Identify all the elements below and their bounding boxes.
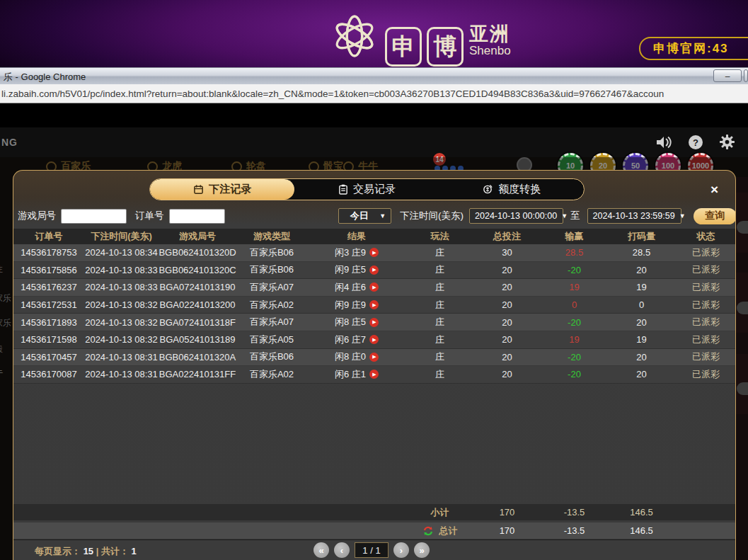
- cell-play-type: 庄: [406, 368, 473, 381]
- table-header-cell: 游戏局号: [159, 230, 236, 243]
- tab-quota-transfer[interactable]: 额度转换: [439, 179, 584, 200]
- table-header-cell: 总投注: [473, 230, 541, 243]
- cell-game-round: BGB0624101320A: [159, 352, 236, 362]
- chevron-down-icon: ▼: [679, 212, 686, 219]
- official-site-badge[interactable]: 申博官网:43: [639, 37, 748, 60]
- game-round-input[interactable]: [61, 209, 127, 224]
- replay-play-icon[interactable]: ▶: [369, 248, 379, 257]
- first-page-button[interactable]: «: [313, 542, 329, 558]
- cell-total-bet: 20: [473, 317, 541, 328]
- cell-winloss: -20: [541, 369, 608, 379]
- logo-text: 亚洲 Shenbo: [469, 24, 511, 58]
- black-strip: [0, 103, 748, 127]
- cell-total-bet: 30: [473, 247, 541, 258]
- table-row: 14536172531 2024-10-13 08:32 BGA02241013…: [13, 297, 736, 314]
- cell-game-round: BGA022410131FF: [159, 369, 236, 379]
- table-header-cell: 状态: [675, 230, 736, 243]
- cell-play-type: 庄: [406, 246, 473, 259]
- table-row: 14536170457 2024-10-13 08:31 BGB06241013…: [13, 349, 736, 367]
- cell-order-number: 14536171893: [13, 317, 84, 328]
- logo-char-1: 申: [392, 31, 415, 63]
- replay-play-icon[interactable]: ▶: [369, 370, 379, 379]
- date-range-select[interactable]: 今日 ▼: [338, 208, 392, 224]
- cell-total-bet: 20: [473, 299, 541, 310]
- browser-urlbar[interactable]: li.zabaih.com/h5V01/pc/index.html?return…: [0, 84, 748, 103]
- cell-play-type: 庄: [406, 299, 473, 312]
- replay-play-icon[interactable]: ▶: [369, 300, 379, 309]
- cell-play-type: 庄: [406, 263, 473, 276]
- query-button[interactable]: 查询: [694, 208, 736, 224]
- total-label-wrap: 总计: [406, 525, 473, 537]
- last-page-button[interactable]: »: [414, 542, 430, 558]
- help-icon[interactable]: ?: [688, 135, 703, 150]
- pagination-info: 每页显示： 15 | 共计： 1: [35, 545, 137, 558]
- tab-bet-records[interactable]: 下注记录: [150, 179, 294, 200]
- cell-winloss: 0: [541, 299, 608, 310]
- tab-label: 额度转换: [498, 183, 541, 196]
- total-turnover: 146.5: [608, 525, 675, 536]
- table-row: 14536171598 2024-10-13 08:32 BGA05241013…: [13, 331, 736, 349]
- settings-gear-icon[interactable]: [719, 134, 735, 150]
- cell-total-bet: 20: [473, 334, 541, 345]
- replay-play-icon[interactable]: ▶: [369, 265, 379, 275]
- cell-turnover: 19: [608, 282, 675, 292]
- replay-play-icon[interactable]: ▶: [369, 335, 379, 344]
- cell-game-round: BGA0724101318F: [159, 317, 236, 328]
- logo-char-box: 申: [385, 27, 422, 67]
- logo-char-2: 博: [434, 31, 457, 63]
- minimize-icon: –: [725, 72, 730, 81]
- sound-icon[interactable]: [655, 135, 672, 150]
- cell-game-round: BGA02241013200: [159, 299, 236, 310]
- tab-label: 下注记录: [209, 183, 251, 196]
- minimize-button[interactable]: –: [713, 69, 742, 82]
- cell-bet-time: 2024-10-13 08:32: [84, 317, 159, 328]
- logo-char-box: 博: [427, 27, 464, 67]
- table-row: 14536171893 2024-10-13 08:32 BGA07241013…: [13, 314, 736, 331]
- date-to-value: 2024-10-13 23:59:59: [593, 211, 675, 221]
- table-header-cell: 输赢: [541, 230, 608, 243]
- cell-game-type: 百家乐A07: [236, 316, 307, 328]
- cell-game-round: BGB0624101320C: [159, 265, 236, 275]
- tab-transaction-records[interactable]: 交易记录: [294, 179, 439, 200]
- result-text: 闲8 庄5: [335, 316, 366, 328]
- date-from-value: 2024-10-13 00:00:00: [475, 211, 557, 221]
- total-label: 总计: [439, 525, 458, 537]
- table-row: 14536176237 2024-10-13 08:33 BGA07241013…: [13, 279, 736, 297]
- cell-winloss: 19: [541, 334, 608, 345]
- cell-game-type: 百家乐B06: [236, 246, 307, 259]
- subtotal-winloss: -13.5: [541, 507, 608, 518]
- page-indicator: 1 / 1: [355, 542, 389, 558]
- result-text: 闲9 庄5: [335, 263, 366, 276]
- result-text: 闲8 庄0: [335, 350, 366, 363]
- date-from-picker[interactable]: 2024-10-13 00:00:00 ▼: [469, 208, 563, 224]
- subtotal-turnover: 146.5: [608, 507, 675, 518]
- cell-game-type: 百家乐A05: [236, 333, 307, 346]
- cell-game-type: 百家乐B06: [236, 263, 307, 276]
- replay-play-icon[interactable]: ▶: [369, 318, 379, 327]
- prev-page-button[interactable]: ‹: [334, 542, 350, 558]
- table-header-cell: 订单号: [13, 230, 84, 243]
- svg-text:?: ?: [693, 137, 698, 147]
- table-body: 14536178753 2024-10-13 08:34 BGB06241013…: [13, 244, 736, 384]
- refresh-icon[interactable]: [422, 525, 434, 537]
- order-number-input[interactable]: [169, 209, 225, 224]
- cell-order-number: 14536176237: [13, 282, 84, 292]
- close-icon[interactable]: ×: [710, 183, 718, 196]
- cell-play-type: 庄: [406, 350, 473, 363]
- flower-logo-icon: [324, 7, 385, 65]
- maximize-button[interactable]: [744, 69, 748, 82]
- cell-total-bet: 20: [473, 369, 541, 379]
- cell-play-type: 庄: [406, 316, 473, 328]
- cell-turnover: 19: [608, 334, 675, 345]
- browser-titlebar[interactable]: 乐 - Google Chrome –: [0, 67, 748, 84]
- modal-tabbar: 下注记录 交易记录 额度转换: [149, 178, 585, 200]
- date-to-picker[interactable]: 2024-10-13 23:59:59 ▼: [587, 208, 681, 224]
- cell-order-number: 14536170087: [13, 369, 84, 379]
- total-bet: 170: [473, 525, 541, 536]
- cell-winloss: 19: [541, 282, 608, 292]
- cell-bet-time: 2024-10-13 08:33: [84, 282, 159, 292]
- replay-play-icon[interactable]: ▶: [369, 282, 379, 292]
- replay-play-icon[interactable]: ▶: [369, 353, 379, 362]
- cell-winloss: -20: [541, 317, 608, 328]
- next-page-button[interactable]: ›: [393, 542, 409, 558]
